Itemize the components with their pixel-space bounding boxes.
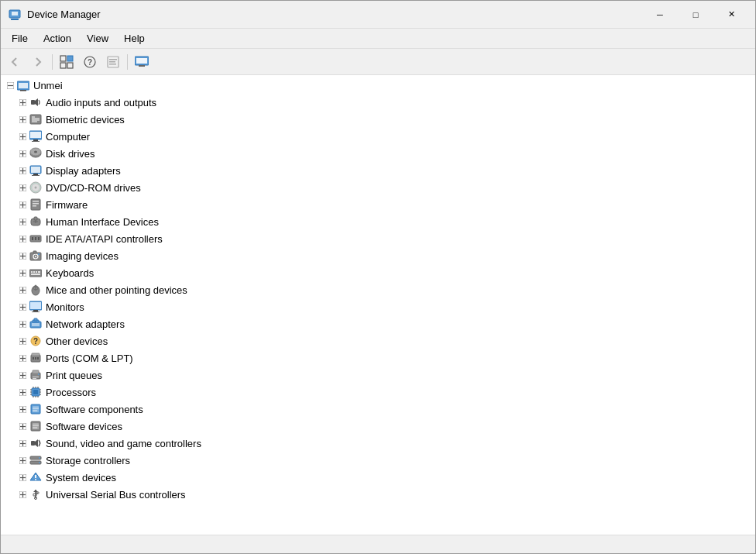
toggle-storage[interactable] [16, 454, 29, 466]
list-item[interactable]: IDE ATA/ATAPI controllers [1, 230, 755, 247]
svg-text:?: ? [88, 58, 92, 67]
other-icon: ? [29, 334, 43, 348]
computer-button[interactable] [131, 52, 153, 72]
toggle-mouse[interactable] [16, 284, 29, 296]
list-item[interactable]: Print queues [1, 366, 755, 384]
window-controls: ─ □ ✕ [642, 3, 749, 26]
menu-help[interactable]: Help [116, 29, 153, 48]
toggle-hid[interactable] [16, 215, 29, 228]
ide-label: IDE ATA/ATAPI controllers [46, 233, 163, 245]
list-item[interactable]: ? Other devices [1, 332, 755, 349]
svg-point-86 [35, 256, 36, 257]
list-item[interactable]: Storage controllers [1, 452, 755, 469]
toggle-ports[interactable] [16, 352, 29, 364]
list-item[interactable]: System devices [1, 469, 755, 486]
svg-rect-131 [32, 353, 40, 356]
svg-rect-168 [33, 423, 39, 429]
list-item[interactable]: Processors [1, 384, 755, 401]
help-button[interactable]: ? [79, 52, 101, 72]
list-item[interactable]: Software components [1, 401, 755, 418]
toggle-biometric[interactable] [16, 113, 29, 126]
computer-icon [29, 129, 43, 143]
toggle-monitor[interactable] [16, 301, 29, 313]
forward-button[interactable] [27, 52, 49, 72]
mouse-label: Mice and other pointing devices [46, 284, 187, 296]
maximize-button[interactable]: □ [678, 3, 713, 26]
toggle-keyboard[interactable] [16, 267, 29, 279]
close-button[interactable]: ✕ [713, 3, 749, 26]
svg-rect-11 [109, 61, 115, 63]
view-type-button[interactable] [56, 52, 77, 72]
svg-rect-118 [34, 318, 37, 321]
root-label: Unmei [33, 80, 63, 91]
list-item[interactable]: Ports (COM & LPT) [1, 349, 755, 366]
list-item[interactable]: DVD/CD-ROM drives [1, 179, 755, 196]
back-button[interactable] [4, 52, 26, 72]
svg-rect-174 [31, 441, 35, 446]
toggle-processor[interactable] [16, 386, 29, 398]
svg-point-45 [34, 151, 37, 153]
toggle-disk[interactable] [16, 147, 29, 160]
toggle-computer[interactable] [16, 130, 29, 143]
list-item[interactable]: Software devices [1, 418, 755, 435]
toggle-sound[interactable] [16, 437, 29, 449]
svg-rect-136 [33, 370, 39, 373]
toggle-print[interactable] [16, 369, 29, 381]
list-item[interactable]: Computer [1, 128, 755, 145]
minimize-button[interactable]: ─ [642, 3, 678, 26]
list-item[interactable]: Keyboards [1, 264, 755, 281]
list-item[interactable]: Audio inputs and outputs [1, 94, 755, 111]
list-item[interactable]: Disk drives [1, 145, 755, 162]
disk-icon [29, 146, 43, 160]
status-bar [1, 535, 755, 553]
softdev-label: Software devices [46, 421, 122, 432]
toggle-imaging[interactable] [16, 249, 29, 262]
toolbar-separator-1 [52, 54, 53, 70]
toggle-other[interactable] [16, 335, 29, 347]
toggle-system[interactable] [16, 471, 29, 483]
svg-rect-15 [136, 58, 147, 64]
svg-rect-2 [12, 12, 18, 15]
toggle-network[interactable] [16, 318, 29, 330]
keyboard-label: Keyboards [46, 267, 94, 279]
toggle-firmware[interactable] [16, 198, 29, 211]
list-item[interactable]: Network adapters [1, 315, 755, 332]
svg-point-180 [39, 457, 40, 459]
toggle-dvd[interactable] [16, 181, 29, 194]
svg-rect-185 [35, 475, 36, 478]
menu-bar: File Action View Help [1, 29, 755, 49]
list-item[interactable]: Monitors [1, 298, 755, 315]
softdev-icon [29, 419, 43, 433]
list-item[interactable]: Firmware [1, 196, 755, 213]
svg-point-58 [35, 187, 37, 189]
toggle-softdev[interactable] [16, 420, 29, 432]
list-item[interactable]: Imaging devices [1, 247, 755, 264]
svg-rect-5 [60, 63, 66, 68]
print-icon [29, 368, 43, 382]
root-toggle[interactable] [4, 79, 16, 91]
svg-rect-186 [35, 479, 36, 480]
list-item[interactable]: Biometric devices [1, 111, 755, 128]
toggle-softcomp[interactable] [16, 403, 29, 415]
properties-button[interactable] [102, 52, 124, 72]
svg-rect-24 [31, 100, 35, 105]
svg-rect-138 [33, 378, 36, 379]
svg-rect-93 [31, 271, 33, 273]
menu-file[interactable]: File [4, 29, 36, 48]
list-item[interactable]: Human Interface Devices [1, 213, 755, 230]
tree-root[interactable]: Unmei [1, 77, 755, 94]
toggle-ide[interactable] [16, 232, 29, 245]
toggle-usb[interactable] [16, 488, 29, 501]
list-item[interactable]: Sound, video and game controllers [1, 435, 755, 452]
tree-view[interactable]: Unmei Audio inputs and outputs [1, 75, 755, 535]
menu-action[interactable]: Action [36, 29, 79, 48]
svg-rect-79 [35, 237, 36, 240]
list-item[interactable]: Universal Serial Bus controllers [1, 486, 755, 503]
menu-view[interactable]: View [79, 29, 116, 48]
toggle-audio[interactable] [16, 96, 29, 108]
biometric-label: Biometric devices [46, 114, 125, 126]
toggle-display[interactable] [16, 164, 29, 177]
list-item[interactable]: Display adapters [1, 162, 755, 179]
list-item[interactable]: Mice and other pointing devices [1, 281, 755, 298]
svg-rect-97 [31, 274, 40, 275]
